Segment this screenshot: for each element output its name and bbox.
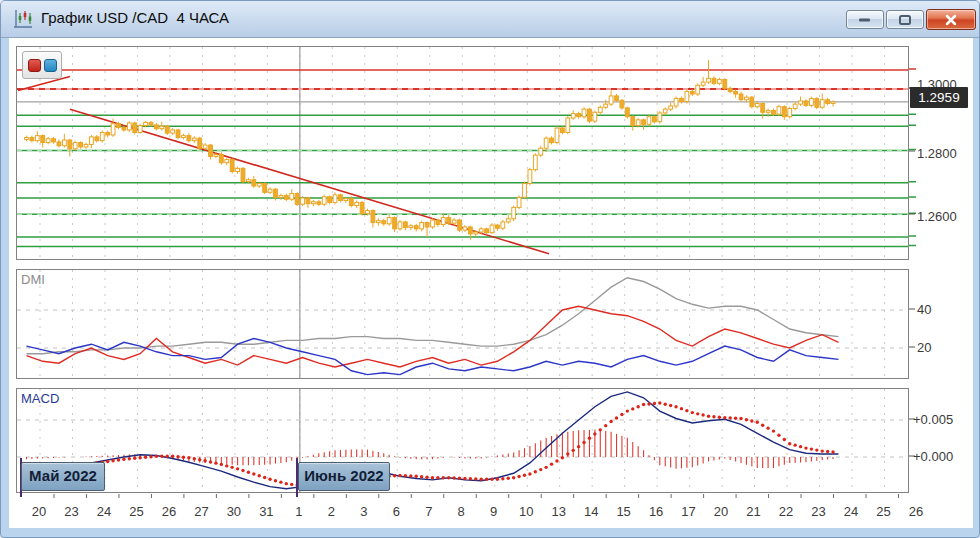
signal-dot [658, 401, 661, 404]
x-axis-label: 20 [26, 504, 52, 519]
signal-dot [772, 429, 775, 432]
candle-body [284, 195, 288, 199]
candle-body [306, 198, 310, 204]
candle-body [539, 148, 543, 155]
candle-body [636, 120, 640, 126]
candle-body [230, 160, 234, 172]
signal-dot [268, 478, 271, 481]
x-axis-label: 1 [286, 504, 312, 519]
candle-body [409, 226, 413, 228]
x-axis-label: 13 [546, 504, 572, 519]
window-titlebar[interactable]: График USD /CAD 4 ЧАСА [1, 1, 979, 38]
candle-body [274, 189, 278, 197]
candle-body [717, 80, 721, 84]
signal-dot [728, 416, 731, 419]
candle-body [528, 170, 532, 184]
x-axis-label: 27 [188, 504, 214, 519]
x-axis-label: 30 [221, 504, 247, 519]
candle-body [826, 100, 830, 104]
signal-dot [528, 472, 531, 475]
signal-dot [285, 482, 288, 485]
candle-body [414, 226, 418, 229]
signal-dot [279, 480, 282, 483]
candle-body [268, 189, 272, 192]
signal-dot [745, 418, 748, 421]
signal-dot [766, 426, 769, 429]
candle-body [777, 107, 781, 115]
signal-dot [712, 415, 715, 418]
candle-body [588, 109, 592, 121]
x-axis-label: 9 [481, 504, 507, 519]
close-button[interactable] [926, 9, 976, 30]
app-window: График USD /CAD 4 ЧАСА DMI MACD 1.3000 1… [0, 0, 980, 538]
macd-panel[interactable] [16, 388, 909, 493]
minimize-button[interactable] [846, 10, 884, 29]
signal-dot [171, 455, 174, 458]
candle-body [225, 160, 229, 163]
candle-body [593, 112, 597, 121]
macd-tick-000: +0.000 [913, 449, 953, 464]
gridlines [40, 389, 909, 492]
candle-body [550, 138, 554, 142]
legend-red-swatch[interactable] [28, 59, 41, 72]
candle-body [349, 199, 353, 206]
candle-body [463, 227, 467, 230]
candle-body [301, 198, 305, 204]
candle-body [723, 80, 727, 89]
gridlines [40, 47, 909, 259]
signal-dot [106, 460, 109, 463]
x-axis-label: 23 [58, 504, 84, 519]
dmi-panel[interactable] [16, 269, 909, 379]
x-axis-label: 8 [448, 504, 474, 519]
candle-body [100, 132, 104, 140]
month-label-may: Май 2022 [21, 462, 105, 491]
candle-body [219, 155, 223, 163]
candle-body [182, 136, 186, 138]
candle-body [122, 127, 126, 130]
candle-body [360, 202, 364, 213]
candle-body [198, 138, 202, 148]
candle-body [728, 88, 732, 91]
macd-tick-005: +0.005 [913, 412, 953, 427]
price-panel[interactable] [16, 46, 909, 260]
candle-body [376, 221, 380, 223]
signal-dot [761, 423, 764, 426]
candle-body [295, 194, 299, 205]
close-icon [946, 14, 957, 25]
signal-dot [810, 447, 813, 450]
signal-dot [793, 443, 796, 446]
x-axis-label: 26 [156, 504, 182, 519]
candle-body [571, 114, 575, 118]
candle-body [366, 211, 370, 214]
candle-body [84, 144, 88, 147]
candle-body [117, 124, 121, 128]
candle-body [447, 218, 451, 224]
maximize-button[interactable] [886, 10, 924, 29]
candle-body [290, 194, 294, 200]
signal-dot [442, 476, 445, 479]
signal-dot [691, 411, 694, 414]
candle-body [745, 97, 749, 100]
x-axis-label: 21 [741, 504, 767, 519]
gridlines [40, 270, 909, 378]
candle-body [404, 222, 408, 228]
candle-body [555, 128, 559, 142]
candle-body [247, 180, 251, 182]
candle-body [809, 98, 813, 105]
signal-dot [561, 456, 564, 459]
candle-body [176, 130, 180, 138]
candle-body [35, 136, 39, 141]
candle-body [90, 137, 94, 145]
candle-body [544, 138, 548, 148]
candle-body [355, 202, 359, 205]
x-axis-label: 17 [676, 504, 702, 519]
x-axis-ticks [16, 494, 909, 503]
signal-dot [815, 448, 818, 451]
candle-body [62, 140, 66, 146]
candle-body [766, 110, 770, 112]
legend-blue-swatch[interactable] [44, 59, 57, 72]
candle-body [506, 219, 510, 222]
signal-dot [133, 457, 136, 460]
candle-body [788, 109, 792, 117]
candle-body [257, 184, 261, 187]
